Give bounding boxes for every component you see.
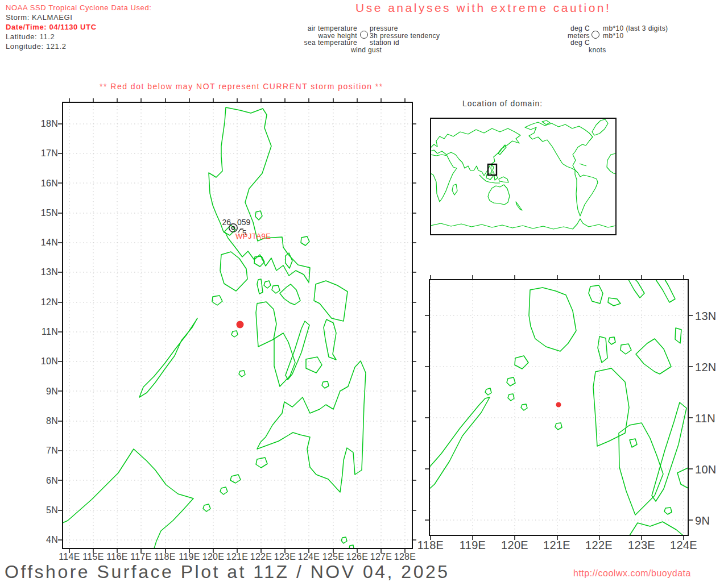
legend-station-id: station id xyxy=(370,39,399,47)
y-tick-label: 13N xyxy=(32,267,58,277)
storm-position-dot xyxy=(237,321,244,329)
x-tick-label: 117E xyxy=(129,552,153,562)
station-air-temp-value: 26 xyxy=(222,218,231,227)
x-tick-label: 114E xyxy=(57,552,81,562)
inset-y-tick-label: 12N xyxy=(695,361,727,374)
inset-x-tick-label: 124E xyxy=(667,539,701,552)
storm-position-warning: ** Red dot below may NOT represent CURRE… xyxy=(100,82,383,91)
inset-x-tick-label: 120E xyxy=(498,539,532,552)
legend-unit-pressure: mb*10 (last 3 digits) xyxy=(603,24,668,32)
x-tick-label: 127E xyxy=(369,552,393,562)
zoom-inset-canvas xyxy=(429,280,688,535)
y-tick-label: 14N xyxy=(32,238,58,248)
legend-wind-gust: wind gust xyxy=(351,46,382,54)
y-tick-label: 6N xyxy=(32,476,58,486)
x-tick-label: 118E xyxy=(153,552,177,562)
y-tick-label: 15N xyxy=(32,208,58,218)
station-circle-icon xyxy=(592,31,599,39)
inset-x-tick-label: 119E xyxy=(456,539,490,552)
legend-unit-sea: deg C xyxy=(543,39,590,47)
plot-title: Offshore Surface Plot at 11Z / NOV 04, 2… xyxy=(5,562,450,582)
y-tick-label: 8N xyxy=(32,416,58,426)
x-tick-label: 124E xyxy=(297,552,321,562)
inset-x-tick-label: 122E xyxy=(582,539,616,552)
x-tick-label: 119E xyxy=(177,552,201,562)
x-tick-label: 123E xyxy=(273,552,297,562)
y-tick-label: 17N xyxy=(32,148,58,159)
y-tick-label: 10N xyxy=(32,356,58,367)
y-tick-label: 11N xyxy=(32,327,58,337)
legend-unit-tendency: mb*10 xyxy=(603,32,624,40)
station-pressure-value: 059 xyxy=(237,218,251,227)
zoom-inset-coastline xyxy=(429,280,688,535)
x-tick-label: 120E xyxy=(201,552,225,562)
inset-x-tick-label: 123E xyxy=(624,539,659,552)
world-inset-canvas xyxy=(431,118,616,235)
y-tick-label: 12N xyxy=(32,297,58,307)
y-tick-label: 18N xyxy=(32,119,58,129)
legend-sea-temp: sea temperature xyxy=(279,39,357,47)
x-tick-label: 116E xyxy=(105,552,129,562)
station-id-value: WPJTA9E xyxy=(235,232,271,240)
zoom-inset-ticks xyxy=(425,275,693,540)
y-tick-label: 9N xyxy=(32,386,58,397)
zoom-inset-border xyxy=(429,280,688,535)
latitude-line: Latitude: 11.2 xyxy=(6,32,55,41)
main-map-canvas: 26 059 5 WPJTA9E xyxy=(63,102,412,548)
world-coastlines xyxy=(431,119,616,229)
inset-x-tick-label: 121E xyxy=(540,539,574,552)
inset-y-tick-label: 11N xyxy=(695,412,727,425)
x-tick-label: 125E xyxy=(321,552,345,562)
storm-name-line: Storm: KALMAEGI xyxy=(6,13,72,22)
philippines-coastline xyxy=(63,107,366,548)
x-tick-label: 115E xyxy=(81,552,105,562)
longitude-line: Longitude: 121.2 xyxy=(6,42,66,51)
caution-headline: Use analyses with extreme caution! xyxy=(355,1,611,15)
noaa-data-line: NOAA SSD Tropical Cyclone Data Used: xyxy=(6,3,151,12)
y-tick-label: 5N xyxy=(32,505,58,516)
world-inset-title: Location of domain: xyxy=(462,99,543,108)
x-tick-label: 128E xyxy=(393,552,417,562)
inset-x-tick-label: 118E xyxy=(413,539,448,552)
offshore-surface-plot-page: { "header": { "noaa_line": "NOAA SSD Tro… xyxy=(0,0,728,582)
x-tick-label: 121E xyxy=(225,552,249,562)
datetime-line: Date/Time: 04/1130 UTC xyxy=(6,23,97,31)
zoom-inset-grid xyxy=(429,280,688,535)
inset-y-tick-label: 13N xyxy=(695,310,727,323)
legend-air-temp: air temperature xyxy=(279,24,357,32)
station-circle-icon xyxy=(360,31,368,39)
legend-unit-wind: knots xyxy=(589,46,606,54)
y-tick-label: 16N xyxy=(32,178,58,189)
x-tick-label: 122E xyxy=(249,552,273,562)
x-tick-label: 126E xyxy=(345,552,369,562)
storm-position-dot xyxy=(556,402,561,408)
legend-unit-air: deg C xyxy=(543,24,590,32)
inset-y-tick-label: 9N xyxy=(695,514,727,527)
surface-station-plot: 26 059 5 WPJTA9E xyxy=(222,218,271,240)
legend-pressure: pressure xyxy=(370,24,398,32)
inset-y-tick-label: 10N xyxy=(695,463,727,476)
y-tick-label: 7N xyxy=(32,446,58,456)
y-tick-label: 4N xyxy=(32,535,58,545)
source-url: http://coolwx.com/buoydata xyxy=(573,568,691,579)
